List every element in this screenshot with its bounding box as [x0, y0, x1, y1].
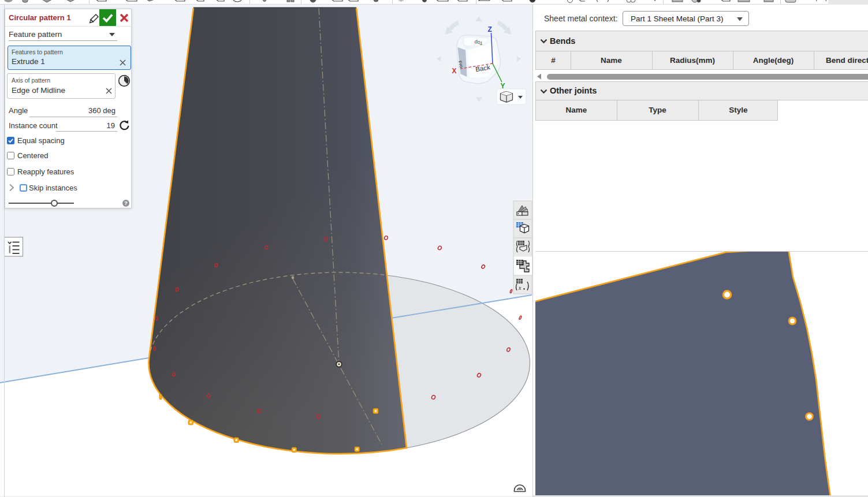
svg-text:x: x	[518, 285, 521, 291]
svg-text:Top: Top	[474, 39, 483, 46]
svg-text:Z: Z	[488, 25, 492, 33]
svg-text:X: X	[452, 67, 457, 75]
